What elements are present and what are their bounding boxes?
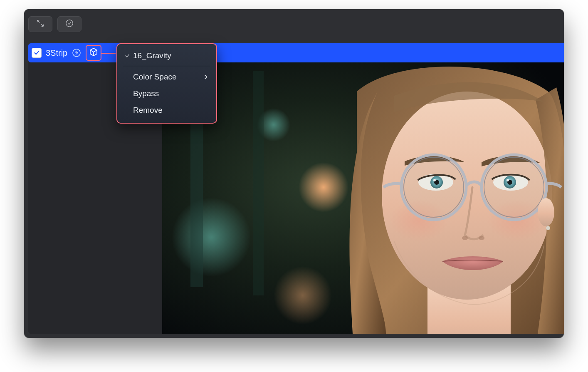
svg-rect-8 bbox=[253, 71, 264, 295]
lut-context-menu: 16_Gravity Color Space Bypass Remove bbox=[116, 43, 217, 124]
filter-strip[interactable]: 3Strip bbox=[28, 43, 564, 62]
menu-item-color-space[interactable]: Color Space bbox=[117, 69, 216, 85]
filter-label: 3Strip bbox=[46, 48, 67, 58]
svg-point-28 bbox=[479, 236, 484, 240]
svg-point-30 bbox=[546, 226, 550, 230]
menu-item-bypass[interactable]: Bypass bbox=[117, 85, 216, 102]
menu-item-label: Color Space bbox=[133, 72, 203, 82]
lut-cube-button[interactable] bbox=[86, 45, 101, 61]
top-toolbar bbox=[24, 9, 564, 39]
svg-point-3 bbox=[299, 162, 348, 212]
svg-point-0 bbox=[66, 20, 73, 27]
cube-icon bbox=[89, 47, 99, 59]
viewer[interactable] bbox=[162, 62, 564, 334]
menu-item-remove[interactable]: Remove bbox=[117, 102, 216, 119]
viewer-image-placeholder bbox=[162, 62, 564, 334]
svg-point-26 bbox=[484, 157, 544, 217]
menu-item-label: Remove bbox=[133, 106, 209, 115]
callout-line bbox=[101, 53, 116, 54]
svg-point-29 bbox=[538, 198, 554, 226]
svg-point-6 bbox=[274, 266, 332, 325]
menu-item-active-lut[interactable]: 16_Gravity bbox=[117, 47, 216, 64]
circle-check-icon bbox=[65, 19, 74, 30]
menu-item-label: 16_Gravity bbox=[133, 51, 209, 60]
svg-point-25 bbox=[404, 157, 464, 217]
filter-enabled-checkbox[interactable] bbox=[32, 48, 42, 58]
expand-button[interactable] bbox=[28, 16, 52, 32]
menu-item-label: Bypass bbox=[133, 89, 209, 98]
svg-point-27 bbox=[462, 236, 468, 240]
expand-icon bbox=[36, 19, 45, 30]
confirm-button[interactable] bbox=[57, 16, 82, 32]
check-icon bbox=[123, 53, 131, 59]
svg-point-4 bbox=[172, 198, 251, 277]
app-window: 3Strip bbox=[24, 9, 564, 338]
menu-divider bbox=[123, 66, 210, 66]
chevron-right-icon bbox=[203, 74, 209, 80]
arrow-right-circle-icon[interactable] bbox=[72, 48, 82, 58]
